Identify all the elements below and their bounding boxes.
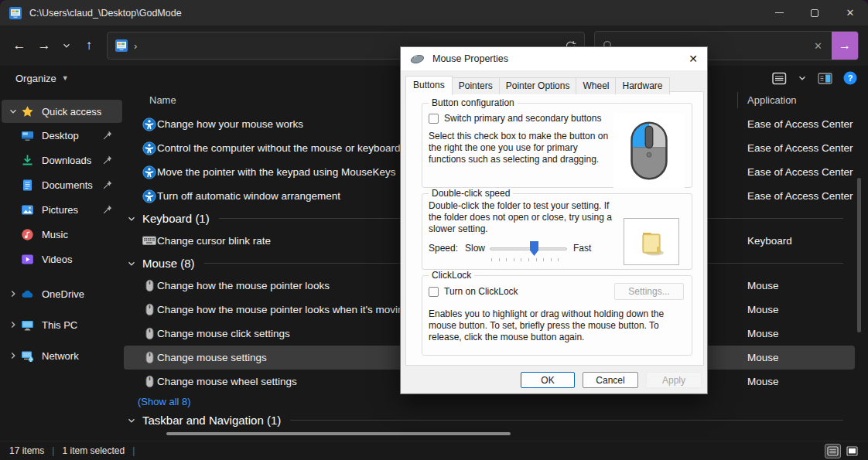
speed-label: Speed: — [429, 243, 458, 254]
file-application: Mouse — [747, 352, 779, 363]
chevron-right-icon[interactable] — [6, 320, 20, 329]
ease-of-access-icon — [142, 141, 156, 155]
chevron-down-icon[interactable] — [6, 107, 20, 116]
chevron-down-icon[interactable] — [125, 259, 138, 268]
file-application: Mouse — [747, 376, 779, 387]
file-application: Ease of Access Center — [747, 190, 853, 202]
tab-pointer-options[interactable]: Pointer Options — [499, 77, 577, 94]
sidebar-item-documents[interactable]: Documents — [2, 172, 122, 197]
network-icon — [20, 349, 34, 363]
folder-icon[interactable] — [636, 227, 667, 257]
recent-locations-chevron[interactable] — [57, 34, 76, 57]
fast-label: Fast — [573, 243, 591, 254]
mouse-icon — [142, 303, 156, 317]
clicklock-group: ClickLock Turn on ClickLock Settings... … — [422, 275, 692, 356]
sidebar-item-onedrive[interactable]: OneDrive — [2, 278, 122, 309]
minimize-button[interactable] — [761, 0, 797, 26]
sidebar-item-desktop[interactable]: Desktop — [2, 123, 122, 148]
pictures-icon — [20, 203, 34, 216]
cancel-button[interactable]: Cancel — [583, 372, 638, 388]
music-icon — [20, 227, 34, 241]
group-header-taskbar-and-navigation-1[interactable]: Taskbar and Navigation (1) — [124, 410, 843, 431]
up-button[interactable]: ↑ — [77, 34, 101, 57]
sidebar-list: Quick accessDesktopDownloadsDocumentsPic… — [0, 100, 124, 371]
items-count: 17 items — [9, 445, 44, 456]
large-icons-view-toggle-icon[interactable] — [844, 444, 860, 458]
status-separator: | — [52, 445, 54, 456]
test-folder-area[interactable] — [624, 218, 679, 265]
group-header-label: Keyboard (1) — [142, 212, 210, 225]
apply-button[interactable]: Apply — [646, 372, 702, 388]
clicklock-checkbox[interactable]: Turn on ClickLock — [429, 286, 518, 297]
sidebar-item-music[interactable]: Music — [2, 222, 122, 247]
column-header-name[interactable]: Name — [149, 94, 176, 106]
sidebar: Quick accessDesktopDownloadsDocumentsPic… — [0, 90, 124, 441]
clicklock-label: Turn on ClickLock — [444, 286, 518, 297]
breadcrumb-chevron-icon: › — [134, 40, 137, 52]
sidebar-item-quick-access[interactable]: Quick access — [2, 100, 122, 123]
help-icon[interactable]: ? — [843, 71, 857, 85]
checkbox-icon[interactable] — [429, 114, 439, 124]
close-button[interactable]: ✕ — [832, 0, 868, 26]
star-icon — [20, 104, 34, 118]
chevron-down-icon[interactable] — [125, 214, 138, 223]
switch-buttons-checkbox[interactable]: Switch primary and secondary buttons — [429, 113, 601, 124]
organize-label: Organize — [15, 73, 56, 84]
onedrive-icon — [20, 287, 34, 301]
sidebar-item-label: This PC — [42, 319, 77, 331]
horizontal-scrollbar[interactable] — [166, 432, 511, 435]
status-bar: 17 items | 1 item selected | — [0, 441, 868, 460]
group-header-label: Taskbar and Navigation (1) — [142, 414, 281, 427]
sidebar-item-network[interactable]: Network — [2, 340, 122, 371]
view-details-icon[interactable] — [772, 72, 787, 85]
sidebar-item-downloads[interactable]: Downloads — [2, 148, 122, 172]
file-application: Ease of Access Center — [747, 118, 853, 130]
file-name: Change mouse settings — [157, 352, 267, 363]
clear-search-icon[interactable]: ✕ — [805, 40, 832, 52]
show-all-link[interactable]: (Show all 8) — [124, 394, 868, 410]
preview-pane-icon[interactable] — [818, 73, 832, 84]
view-chevron-icon[interactable] — [798, 73, 807, 83]
tab-pointers[interactable]: Pointers — [452, 77, 500, 94]
chevron-down-icon[interactable] — [125, 416, 138, 425]
dialog-close-icon[interactable]: ✕ — [679, 47, 707, 70]
search-go-button[interactable]: → — [832, 31, 858, 60]
organize-button[interactable]: Organize ▼ — [15, 73, 69, 84]
back-button[interactable]: ← — [8, 34, 31, 57]
slider-thumb[interactable] — [530, 241, 538, 256]
chevron-down-icon: ▼ — [62, 74, 69, 82]
pin-icon — [102, 155, 113, 165]
mouse-icon — [142, 351, 156, 365]
column-header-application[interactable]: Application — [747, 94, 797, 106]
pin-icon — [102, 204, 113, 215]
forward-button[interactable]: → — [32, 34, 56, 57]
clicklock-settings-button[interactable]: Settings... — [614, 283, 684, 300]
sidebar-item-label: Documents — [42, 179, 93, 191]
tab-hardware[interactable]: Hardware — [615, 77, 669, 94]
sidebar-item-label: Pictures — [42, 204, 78, 216]
vertical-scrollbar[interactable] — [857, 178, 861, 332]
chevron-right-icon[interactable] — [6, 289, 20, 298]
sidebar-item-videos[interactable]: Videos — [2, 247, 122, 271]
column-separator[interactable] — [737, 92, 738, 108]
maximize-button[interactable] — [797, 0, 832, 26]
slow-label: Slow — [465, 243, 485, 254]
slider-ticks — [491, 258, 566, 261]
details-view-toggle-icon[interactable] — [825, 444, 841, 458]
sidebar-item-this-pc[interactable]: This PC — [2, 309, 122, 340]
status-separator: | — [132, 445, 135, 456]
mouse-dialog-icon — [410, 54, 425, 64]
tab-wheel[interactable]: Wheel — [576, 77, 616, 94]
checkbox-icon[interactable] — [429, 287, 439, 297]
sidebar-item-pictures[interactable]: Pictures — [2, 197, 122, 222]
file-name: Change how the mouse pointer looks when … — [157, 304, 409, 315]
tab-buttons[interactable]: Buttons — [405, 76, 453, 95]
chevron-right-icon[interactable] — [6, 351, 20, 360]
keyboard-icon — [142, 234, 156, 248]
sidebar-item-label: Quick access — [42, 106, 101, 118]
double-click-speed-slider[interactable] — [490, 240, 567, 264]
videos-icon — [20, 252, 34, 266]
ok-button[interactable]: OK — [521, 372, 575, 388]
slider-track[interactable] — [490, 247, 567, 250]
file-name: Control the computer without the mouse o… — [157, 142, 400, 154]
